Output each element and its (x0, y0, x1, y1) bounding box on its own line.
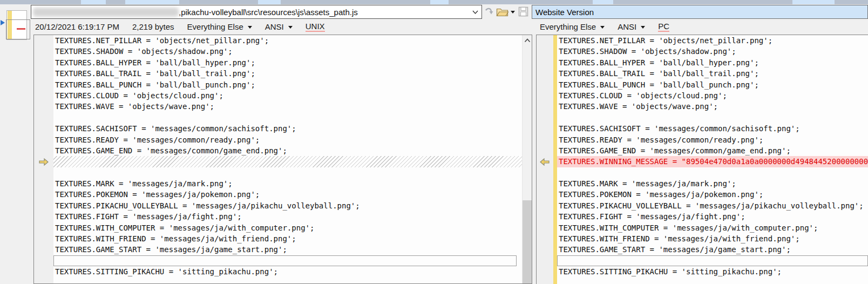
code-line[interactable]: TEXTURES.NET_PILLAR = 'objects/net_pilla… (557, 35, 868, 46)
code-line[interactable]: TEXTURES.GAME_START = 'messages/ja/game_… (557, 244, 868, 255)
file-timestamp: 20/12/2021 6:19:17 PM (35, 22, 119, 31)
code-line[interactable]: TEXTURES.WITH_FRIEND = 'messages/ja/with… (557, 233, 868, 244)
left-code-pane: TEXTURES.NET_PILLAR = 'objects/net_pilla… (33, 35, 532, 284)
code-line[interactable]: TEXTURES.FIGHT = 'messages/ja/fight.png'… (53, 211, 522, 222)
encoding-dropdown[interactable]: ANSI (265, 22, 293, 31)
swap-sides-button[interactable] (484, 6, 494, 18)
code-line[interactable]: TEXTURES.WITH_FRIEND = 'messages/ja/with… (53, 233, 522, 244)
code-line[interactable]: TEXTURES.BALL_PUNCH = 'ball/ball_punch.p… (53, 79, 522, 90)
code-line[interactable]: TEXTURES.READY = 'messages/common/ready.… (53, 134, 522, 145)
code-line[interactable]: TEXTURES.SITTING_PIKACHU = 'sitting_pika… (557, 266, 868, 277)
code-line[interactable]: TEXTURES.BALL_PUNCH = 'ball/ball_punch.p… (557, 79, 868, 90)
curved-arrow-icon (484, 7, 494, 17)
left-code-area: TEXTURES.NET_PILLAR = 'objects/net_pilla… (53, 35, 522, 283)
code-line[interactable]: TEXTURES.CLOUD = 'objects/cloud.png'; (557, 90, 868, 101)
code-line[interactable]: TEXTURES.BALL_TRAIL = 'ball/ball_trail.p… (53, 68, 522, 79)
file-size: 2,219 bytes (132, 22, 174, 31)
code-line[interactable]: TEXTURES.WAVE = 'objects/wave.png'; (53, 101, 522, 112)
code-line[interactable]: TEXTURES.GAME_END = 'messages/common/gam… (557, 145, 868, 156)
arrow-left-icon (539, 158, 550, 168)
code-line-blank[interactable] (53, 112, 522, 123)
code-line[interactable]: TEXTURES.MARK = 'messages/ja/mark.png'; (557, 178, 868, 189)
code-line-blank[interactable] (557, 112, 868, 123)
code-line[interactable]: TEXTURES.SACHISOFT = 'messages/common/sa… (53, 123, 522, 134)
code-line[interactable]: TEXTURES.PIKACHU_VOLLEYBALL = 'messages/… (557, 200, 868, 211)
code-line[interactable]: TEXTURES.SITTING_PIKACHU = 'sitting_pika… (53, 266, 522, 277)
triangle-down-icon (248, 26, 252, 29)
right-pane-toolbar: Everything Else ANSI PC (540, 22, 669, 32)
diff-highlight-line[interactable]: TEXTURES.WINNING_MESSAGE = "89504e470d0a… (557, 156, 868, 167)
toolbar-button-top (792, 0, 835, 4)
toolbar-button-top (258, 0, 281, 4)
right-code-pane: TEXTURES.NET_PILLAR = 'objects/net_pilla… (536, 35, 868, 284)
line-ending-button[interactable]: PC (658, 22, 669, 32)
format-dropdown[interactable]: Everything Else (540, 22, 605, 31)
save-icon (518, 6, 528, 17)
code-line[interactable]: TEXTURES.WITH_COMPUTER = 'messages/ja/wi… (557, 222, 868, 233)
code-line[interactable]: TEXTURES.SHADOW = 'objects/shadow.png'; (557, 46, 868, 57)
right-title-combobox[interactable]: Website Version (532, 5, 868, 19)
scrollbar-thumb[interactable] (523, 200, 532, 283)
diff-section-bar (553, 35, 557, 284)
triangle-down-icon[interactable] (511, 11, 515, 13)
code-line-blank[interactable] (557, 167, 868, 178)
file-path-combobox[interactable]: ,pikachu-volleyball\src\resources\js\ass… (31, 5, 482, 19)
code-line[interactable]: TEXTURES.WITH_COMPUTER = 'messages/ja/wi… (53, 222, 522, 233)
toolbar-button-top (430, 0, 449, 4)
toolbar-button-top (593, 0, 613, 4)
toolbar-button-top (81, 0, 106, 4)
redacted-path-blur (33, 8, 179, 17)
missing-line-placeholder[interactable] (53, 156, 522, 167)
blue-triangle-icon (1, 20, 5, 25)
chevron-down-icon[interactable] (469, 10, 482, 15)
code-line[interactable]: TEXTURES.BALL_HYPER = 'ball/ball_hyper.p… (53, 57, 522, 68)
current-line-box[interactable] (557, 255, 868, 266)
format-dropdown[interactable]: Everything Else (187, 22, 252, 31)
code-line[interactable]: TEXTURES.NET_PILLAR = 'objects/net_pilla… (53, 35, 522, 46)
left-pane-toolbar: 20/12/2021 6:19:17 PM 2,219 bytes Everyt… (35, 22, 325, 32)
code-line[interactable]: TEXTURES.POKEMON = 'messages/ja/pokemon.… (557, 189, 868, 200)
code-line[interactable]: TEXTURES.PIKACHU_VOLLEYBALL = 'messages/… (53, 200, 522, 211)
code-line[interactable]: TEXTURES.SACHISOFT = 'messages/common/sa… (557, 123, 868, 134)
code-line[interactable]: TEXTURES.CLOUD = 'objects/cloud.png'; (53, 90, 522, 101)
right-code-area: TEXTURES.NET_PILLAR = 'objects/net_pilla… (557, 35, 868, 284)
code-line[interactable]: TEXTURES.READY = 'messages/common/ready.… (557, 134, 868, 145)
code-line[interactable]: TEXTURES.FIGHT = 'messages/ja/fight.png'… (557, 211, 868, 222)
right-gutter (537, 35, 553, 284)
diff-overview-diff-mark (17, 28, 25, 30)
toolbar-button-top (125, 0, 179, 4)
code-line[interactable]: TEXTURES.POKEMON = 'messages/ja/pokemon.… (53, 189, 522, 200)
save-button-disabled[interactable] (517, 5, 529, 18)
triangle-down-icon (641, 26, 645, 29)
code-line[interactable]: TEXTURES.SHADOW = 'objects/shadow.png'; (53, 46, 522, 57)
code-line[interactable]: TEXTURES.WAVE = 'objects/wave.png'; (557, 101, 868, 112)
chevron-up-icon[interactable] (523, 36, 532, 45)
code-line[interactable]: TEXTURES.GAME_END = 'messages/common/gam… (53, 145, 522, 156)
triangle-down-icon (288, 26, 293, 29)
triangle-down-icon (600, 26, 605, 29)
folder-icon (496, 6, 509, 17)
code-line[interactable]: TEXTURES.BALL_HYPER = 'ball/ball_hyper.p… (557, 57, 868, 68)
top-toolbar-strip (0, 0, 868, 4)
right-title-text: Website Version (535, 8, 594, 17)
arrow-right-icon (38, 158, 49, 168)
file-path-text: ,pikachu-volleyball\src\resources\js\ass… (179, 8, 469, 17)
left-scrollbar[interactable] (522, 35, 532, 283)
left-gutter (34, 35, 53, 283)
encoding-dropdown[interactable]: ANSI (618, 22, 645, 31)
line-ending-button[interactable]: UNIX (306, 22, 325, 32)
code-line[interactable]: TEXTURES.MARK = 'messages/ja/mark.png'; (53, 178, 522, 189)
code-line-blank[interactable] (53, 167, 522, 178)
code-line[interactable]: TEXTURES.GAME_START = 'messages/ja/game_… (53, 244, 522, 255)
current-line-box[interactable] (53, 255, 517, 266)
browse-file-button[interactable] (496, 5, 510, 18)
code-line[interactable]: TEXTURES.BALL_TRAIL = 'ball/ball_trail.p… (557, 68, 868, 79)
